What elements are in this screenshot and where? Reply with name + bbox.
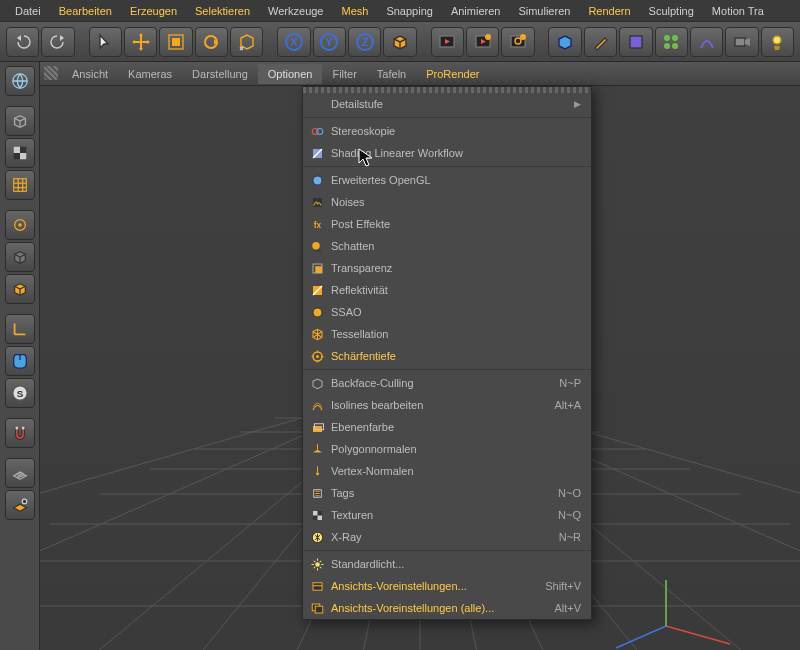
main-menu-item[interactable]: Erzeugen bbox=[121, 2, 186, 20]
palette-cube-orange-button[interactable] bbox=[5, 274, 35, 304]
dropdown-separator bbox=[303, 166, 591, 167]
main-menu-item[interactable]: Datei bbox=[6, 2, 50, 20]
viewport-menu-item[interactable]: Tafeln bbox=[367, 64, 416, 84]
main-toolbar: XYZ bbox=[0, 22, 800, 62]
dropdown-item[interactable]: TagsN~O bbox=[303, 482, 591, 504]
y-button[interactable]: Y bbox=[313, 27, 346, 57]
move-button[interactable] bbox=[124, 27, 157, 57]
dropdown-item[interactable]: Erweitertes OpenGL bbox=[303, 169, 591, 191]
svg-rect-80 bbox=[313, 511, 318, 516]
dropdown-item[interactable]: Shading Linearer Workflow bbox=[303, 142, 591, 164]
bend-button[interactable] bbox=[690, 27, 723, 57]
viewport-grip-icon[interactable] bbox=[44, 66, 58, 80]
dropdown-item[interactable]: Tessellation bbox=[303, 323, 591, 345]
cube-icon bbox=[390, 32, 410, 52]
dropdown-item[interactable]: fxPost Effekte bbox=[303, 213, 591, 235]
last-button[interactable] bbox=[230, 27, 263, 57]
dropdown-item[interactable]: Schatten bbox=[303, 235, 591, 257]
dropdown-item[interactable]: Stereoskopie bbox=[303, 120, 591, 142]
dropdown-item[interactable]: Transparenz bbox=[303, 257, 591, 279]
viewport-menu-item[interactable]: ProRender bbox=[416, 64, 489, 84]
dropdown-item-label: Transparenz bbox=[331, 262, 581, 274]
svg-rect-25 bbox=[20, 153, 26, 159]
dropdown-shortcut: Shift+V bbox=[545, 580, 581, 592]
dropdown-item[interactable]: Isolines bearbeitenAlt+A bbox=[303, 394, 591, 416]
viewport-menu-item[interactable]: Kameras bbox=[118, 64, 182, 84]
main-menu-item[interactable]: Rendern bbox=[579, 2, 639, 20]
dropdown-item[interactable]: SSAO bbox=[303, 301, 591, 323]
dropdown-item[interactable]: Detailstufe▶ bbox=[303, 93, 591, 115]
viewport-area: AnsichtKamerasDarstellungOptionenFilterT… bbox=[40, 62, 800, 650]
main-menu-item[interactable]: Mesh bbox=[332, 2, 377, 20]
dropdown-item[interactable]: Vertex-Normalen bbox=[303, 460, 591, 482]
dropdown-item[interactable]: Noises bbox=[303, 191, 591, 213]
rotate-button[interactable] bbox=[195, 27, 228, 57]
dropdown-item[interactable]: X-RayN~R bbox=[303, 526, 591, 548]
palette-axis-button[interactable] bbox=[5, 314, 35, 344]
svg-point-17 bbox=[672, 35, 678, 41]
dropdown-item-label: Backface-Culling bbox=[331, 377, 553, 389]
viewport-menu-item[interactable]: Filter bbox=[322, 64, 366, 84]
render2-button[interactable] bbox=[466, 27, 499, 57]
svg-point-83 bbox=[315, 562, 320, 567]
main-menu-bar: DateiBearbeitenErzeugenSelektierenWerkze… bbox=[0, 0, 800, 22]
svg-rect-86 bbox=[315, 606, 323, 613]
dropdown-item-label: Tags bbox=[331, 487, 552, 499]
main-menu-item[interactable]: Motion Tra bbox=[703, 2, 773, 20]
cam-icon bbox=[732, 32, 752, 52]
dropdown-item[interactable]: Ansichts-Voreinstellungen...Shift+V bbox=[303, 575, 591, 597]
x-button[interactable]: X bbox=[277, 27, 310, 57]
dropdown-item[interactable]: Backface-CullingN~P bbox=[303, 372, 591, 394]
render1-button[interactable] bbox=[431, 27, 464, 57]
dropdown-item[interactable]: Reflektivität bbox=[303, 279, 591, 301]
render1-icon bbox=[437, 32, 457, 52]
palette-floor2-button[interactable] bbox=[5, 490, 35, 520]
light-button[interactable] bbox=[761, 27, 794, 57]
main-menu-item[interactable]: Animieren bbox=[442, 2, 510, 20]
cursor-button[interactable] bbox=[89, 27, 122, 57]
z-button[interactable]: Z bbox=[348, 27, 381, 57]
dropdown-shortcut: Alt+V bbox=[554, 602, 581, 614]
main-menu-item[interactable]: Simulieren bbox=[509, 2, 579, 20]
dropdown-item[interactable]: TexturenN~Q bbox=[303, 504, 591, 526]
svg-rect-31 bbox=[15, 427, 18, 430]
dropdown-item[interactable]: Ebenenfarbe bbox=[303, 416, 591, 438]
bend-icon bbox=[697, 32, 717, 52]
prim-button[interactable] bbox=[548, 27, 581, 57]
palette-grid-button[interactable] bbox=[5, 170, 35, 200]
main-menu-item[interactable]: Werkzeuge bbox=[259, 2, 332, 20]
svg-rect-24 bbox=[13, 147, 19, 153]
palette-globe-button[interactable] bbox=[5, 66, 35, 96]
main-menu-item[interactable]: Sculpting bbox=[640, 2, 703, 20]
redo-button[interactable] bbox=[41, 27, 74, 57]
viewport-menu-item[interactable]: Optionen bbox=[258, 64, 323, 84]
main-menu-item[interactable]: Bearbeiten bbox=[50, 2, 121, 20]
scale-button[interactable] bbox=[159, 27, 192, 57]
palette-point-button[interactable] bbox=[5, 210, 35, 240]
cam-button[interactable] bbox=[725, 27, 758, 57]
render3-button[interactable] bbox=[501, 27, 534, 57]
prim-icon bbox=[555, 32, 575, 52]
dropdown-item[interactable]: Schärfentiefe bbox=[303, 345, 591, 367]
deform-button[interactable] bbox=[619, 27, 652, 57]
dropdown-item[interactable]: Polygonnormalen bbox=[303, 438, 591, 460]
palette-magnet-button[interactable] bbox=[5, 418, 35, 448]
cube-button[interactable] bbox=[383, 27, 416, 57]
main-menu-item[interactable]: Selektieren bbox=[186, 2, 259, 20]
main-menu-item[interactable]: Snapping bbox=[377, 2, 442, 20]
palette-s-icon-button[interactable]: S bbox=[5, 378, 35, 408]
palette-floor1-button[interactable] bbox=[5, 458, 35, 488]
dropdown-item-label: Ansichts-Voreinstellungen (alle)... bbox=[331, 602, 548, 614]
array-button[interactable] bbox=[655, 27, 688, 57]
palette-mouse-button[interactable] bbox=[5, 346, 35, 376]
palette-cube-solid-button[interactable] bbox=[5, 242, 35, 272]
pen-button[interactable] bbox=[584, 27, 617, 57]
undo-button[interactable] bbox=[6, 27, 39, 57]
viewport-menu-item[interactable]: Darstellung bbox=[182, 64, 258, 84]
dropdown-item[interactable]: Standardlicht... bbox=[303, 553, 591, 575]
palette-cube-line-button[interactable] bbox=[5, 106, 35, 136]
palette-checker-button[interactable] bbox=[5, 138, 35, 168]
dropdown-item[interactable]: Ansichts-Voreinstellungen (alle)...Alt+V bbox=[303, 597, 591, 619]
viewport-menu-item[interactable]: Ansicht bbox=[62, 64, 118, 84]
svg-point-33 bbox=[22, 499, 27, 504]
